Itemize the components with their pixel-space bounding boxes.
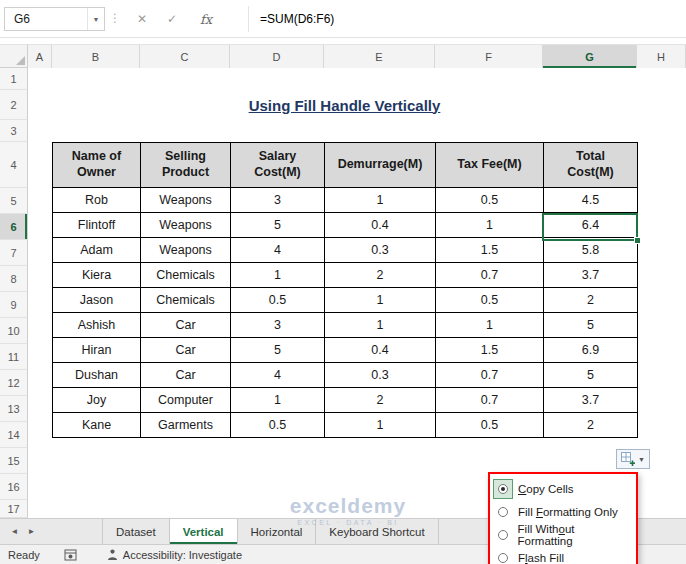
table-cell[interactable]: 5 [231,213,325,238]
table-header-cell[interactable]: Tax Fee(M) [436,143,544,188]
column-header-d[interactable]: D [230,45,324,69]
table-cell[interactable]: Weapons [141,188,231,213]
table-cell[interactable]: 6.9 [544,338,638,363]
fill-handle[interactable] [634,237,641,244]
autofill-options-button[interactable]: ▼ [616,449,650,469]
table-cell[interactable]: 2 [325,263,436,288]
table-cell[interactable]: 0.5 [436,413,544,438]
table-cell[interactable]: 1 [325,188,436,213]
table-header-cell[interactable]: Salary Cost(M) [231,143,325,188]
radio-selected-icon[interactable] [493,479,513,499]
table-cell[interactable]: 0.5 [436,188,544,213]
table-cell[interactable]: 1 [325,288,436,313]
row-header-16[interactable]: 16 [0,474,28,500]
row-header-4[interactable]: 4 [0,142,28,188]
autofill-option-flash-fill[interactable]: Flash Fill [490,546,636,564]
table-header-cell[interactable]: Demurrage(M) [325,143,436,188]
row-header-17[interactable]: 17 [0,500,28,518]
row-header-12[interactable]: 12 [0,370,28,396]
table-cell[interactable]: 0.3 [325,238,436,263]
table-cell[interactable]: 5 [544,313,638,338]
formula-input[interactable]: =SUM(D6:F6) [260,12,334,26]
table-header-cell[interactable]: Total Cost(M) [544,143,638,188]
column-header-f[interactable]: F [435,45,543,69]
table-cell[interactable]: Jason [53,288,141,313]
table-cell[interactable]: 0.7 [436,263,544,288]
table-cell[interactable]: Chemicals [141,263,231,288]
tab-scroll-right-icon[interactable]: ► [23,519,40,544]
insert-function-icon[interactable]: fx [194,8,218,30]
table-cell[interactable]: 5 [231,338,325,363]
table-cell[interactable]: 1 [231,263,325,288]
column-header-g[interactable]: G [543,45,637,69]
table-cell[interactable]: Garments [141,413,231,438]
table-cell[interactable]: Flintoff [53,213,141,238]
table-cell[interactable]: 1 [325,313,436,338]
sheet-tab-vertical[interactable]: Vertical [170,519,238,544]
column-header-a[interactable]: A [28,45,52,69]
table-cell[interactable]: Adam [53,238,141,263]
column-header-b[interactable]: B [52,45,140,69]
table-cell[interactable]: 3.7 [544,263,638,288]
autofill-option-fill-without-formatting[interactable]: Fill Without Formatting [490,523,636,546]
table-cell[interactable]: 0.7 [436,388,544,413]
sheet-tab-horizontal[interactable]: Horizontal [238,519,317,544]
table-cell[interactable]: 1 [436,313,544,338]
name-box[interactable]: G6 ▼ [4,7,105,31]
table-cell[interactable]: Hiran [53,338,141,363]
sheet-tab-dataset[interactable]: Dataset [102,519,170,544]
table-cell[interactable]: Kiera [53,263,141,288]
select-all-corner[interactable] [0,44,28,68]
table-cell[interactable]: Dushan [53,363,141,388]
row-header-1[interactable]: 1 [0,68,28,90]
table-cell[interactable]: 0.3 [325,363,436,388]
table-cell[interactable]: Car [141,363,231,388]
table-cell[interactable]: 0.4 [325,213,436,238]
sheet-tab-keyboard-shortcut[interactable]: Keyboard Shortcut [316,519,438,544]
radio-icon[interactable] [493,502,513,522]
radio-icon[interactable] [493,525,513,545]
table-cell[interactable]: Chemicals [141,288,231,313]
table-cell[interactable]: 0.5 [436,288,544,313]
table-header-cell[interactable]: Name of Owner [53,143,141,188]
table-cell[interactable]: 4.5 [544,188,638,213]
table-cell[interactable]: Computer [141,388,231,413]
column-header-e[interactable]: E [324,45,435,69]
table-cell[interactable]: 0.4 [325,338,436,363]
table-cell[interactable]: Car [141,338,231,363]
row-header-10[interactable]: 10 [0,318,28,344]
table-header-cell[interactable]: Selling Product [141,143,231,188]
row-header-3[interactable]: 3 [0,120,28,142]
row-header-14[interactable]: 14 [0,422,28,448]
table-cell[interactable]: Car [141,313,231,338]
table-cell[interactable]: 4 [231,238,325,263]
table-cell[interactable]: 3 [231,188,325,213]
enter-icon[interactable]: ✓ [160,8,184,30]
table-cell[interactable]: 1.5 [436,238,544,263]
table-cell[interactable]: 2 [325,388,436,413]
table-cell[interactable]: 5 [544,363,638,388]
table-cell[interactable]: 3 [231,313,325,338]
table-cell[interactable]: 3.7 [544,388,638,413]
row-header-9[interactable]: 9 [0,292,28,318]
name-box-dropdown-icon[interactable]: ▼ [87,8,104,30]
table-cell[interactable]: 1 [325,413,436,438]
table-cell[interactable]: 0.5 [231,413,325,438]
table-cell[interactable]: Rob [53,188,141,213]
table-cell[interactable]: Weapons [141,213,231,238]
autofill-option-fill-formatting-only[interactable]: Fill Formatting Only [490,500,636,523]
accessibility-status[interactable]: Accessibility: Investigate [107,549,242,561]
cancel-icon[interactable]: ✕ [130,8,154,30]
column-header-c[interactable]: C [140,45,230,69]
row-header-8[interactable]: 8 [0,266,28,292]
table-cell[interactable]: 4 [231,363,325,388]
table-cell[interactable]: 1.5 [436,338,544,363]
row-header-13[interactable]: 13 [0,396,28,422]
table-cell[interactable]: 1 [231,388,325,413]
column-header-h[interactable]: H [637,45,686,69]
row-header-5[interactable]: 5 [0,188,28,214]
radio-icon[interactable] [493,548,513,564]
table-cell[interactable]: 2 [544,288,638,313]
table-cell[interactable]: 0.5 [231,288,325,313]
table-cell[interactable]: 2 [544,413,638,438]
